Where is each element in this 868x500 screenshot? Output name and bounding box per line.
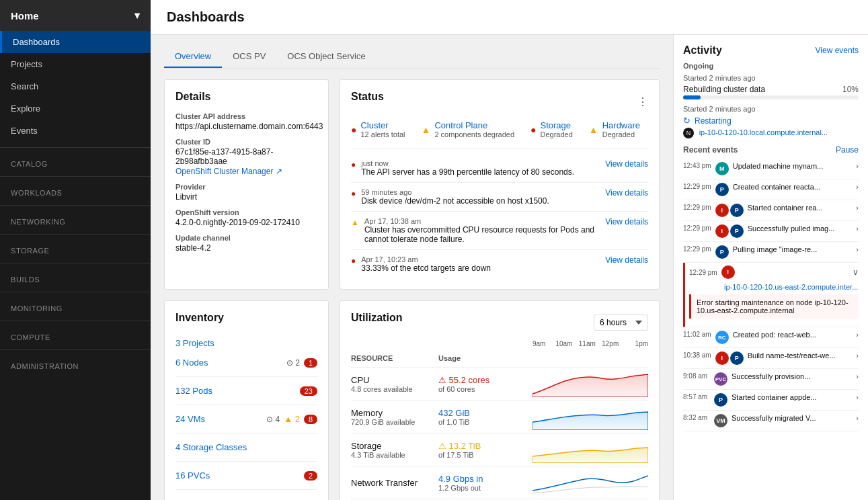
activity-event-8[interactable]: 9:08 am PVC Successfully provision... › <box>683 369 859 390</box>
activity-event-7[interactable]: 10:38 am I P Build name-test/react-we...… <box>683 348 859 369</box>
inventory-card: Inventory 3 Projects 6 Nodes ⊙ 2 1 132 P… <box>164 300 329 500</box>
activity-event-9[interactable]: 8:57 am P Started container appde... › <box>683 390 859 411</box>
nodes-spin-icon: ⊙ 2 <box>286 358 300 368</box>
sidebar-group-compute: Compute <box>0 327 151 344</box>
inventory-pods-link[interactable]: 132 Pods <box>175 383 212 399</box>
sidebar: Home ▾ Dashboards Projects Search Explor… <box>0 0 151 500</box>
event0-desc: Updated machine mynam... <box>733 162 853 170</box>
inventory-projects-link[interactable]: 3 Projects <box>175 335 214 351</box>
event9-avatar: P <box>714 393 727 407</box>
sidebar-item-search[interactable]: Search <box>0 75 151 97</box>
sidebar-group-workloads: Workloads <box>0 182 151 200</box>
inventory-vms-link[interactable]: 24 VMs <box>175 411 205 427</box>
status-event-3: ● Apr 17, 10:23 am 33.33% of the etcd ta… <box>351 250 648 278</box>
cluster-manager-link[interactable]: OpenShift Cluster Manager ↗ <box>175 167 282 176</box>
tab-overview[interactable]: Overview <box>164 46 222 68</box>
event0-time-sm: 12:43 pm <box>683 162 711 169</box>
control-plane-warning-icon: ▲ <box>422 124 431 135</box>
event4-chevron-icon: › <box>856 245 859 253</box>
home-chevron-icon: ▾ <box>134 9 140 22</box>
inventory-projects-row: 3 Projects <box>175 333 317 353</box>
hours-select[interactable]: 6 hours 24 hours 1 hour <box>594 315 648 331</box>
event8-desc: Successfully provision... <box>732 372 852 380</box>
event6-chevron-icon: › <box>856 331 859 339</box>
sidebar-group-monitoring: Monitoring <box>0 298 151 315</box>
openshift-version-value: 4.2.0-0.nightly-2019-09-02-172410 <box>175 218 317 227</box>
cluster-id-value: 67c1f85e-a137-4915-8a87-2b98afbb3aae <box>175 147 317 166</box>
tab-ocs-object-service[interactable]: OCS Object Service <box>276 46 376 68</box>
event10-desc: Successfully migrated V... <box>732 414 852 422</box>
activity-event-2[interactable]: 12:29 pm I P Started container rea... › <box>683 200 859 221</box>
update-channel-label: Update channel <box>175 234 317 242</box>
event5-node-link[interactable]: ip-10-0-120-10.us-east-2.compute.inter..… <box>724 283 858 291</box>
main-area: Dashboards Overview OCS PV OCS Object Se… <box>151 0 868 500</box>
nodes-badges: ⊙ 2 1 <box>286 358 317 368</box>
activity-event-3[interactable]: 12:29 pm I P Successfully pulled imag...… <box>683 221 859 242</box>
restarting-label: Restarting <box>695 116 732 126</box>
sidebar-item-events[interactable]: Events <box>0 120 151 142</box>
activity-event-6[interactable]: 11:02 am RC Created pod: react-web... › <box>683 327 859 348</box>
event0-chevron-icon: › <box>856 162 859 170</box>
pause-link[interactable]: Pause <box>836 145 859 155</box>
status-title: Status <box>351 91 384 103</box>
nodes-error-badge: 1 <box>304 358 317 368</box>
hardware-warning-icon: ▲ <box>589 124 598 135</box>
provider-value: Libvirt <box>175 192 317 202</box>
restart-node-link[interactable]: ip-10-0-120-10.local.compute.internal... <box>699 128 828 136</box>
event5-error-box: Error starting maintenance on node ip-10… <box>689 294 859 319</box>
event5-node-link-wrap: ip-10-0-120-10.us-east-2.compute.inter..… <box>724 282 859 292</box>
utilization-title: Utilization <box>351 312 402 324</box>
activity-event-10[interactable]: 8:32 am VM Successfully migrated V... › <box>683 411 859 431</box>
event2-view-details[interactable]: View details <box>605 217 648 226</box>
home-label: Home <box>11 10 39 22</box>
top-cards-row: Details Cluster API address https://api.… <box>164 79 660 290</box>
sidebar-home[interactable]: Home ▾ <box>0 0 151 31</box>
activity-event-5-expanded[interactable]: 12:29 pm ! ∨ ip-10-0-120-10.us-east-2.co… <box>683 263 859 327</box>
sidebar-item-projects[interactable]: Projects <box>0 53 151 75</box>
event1-desc: Created container reacta... <box>733 183 853 191</box>
event1-view-details[interactable]: View details <box>605 188 648 198</box>
util-cpu-data-row: CPU 4.8 cores available ⚠ 55.2 cores of … <box>351 368 648 401</box>
status-hardware: ▲ Hardware Degraded <box>589 120 640 138</box>
status-storage-label: Storage <box>541 120 573 130</box>
tab-ocs-pv[interactable]: OCS PV <box>222 46 276 68</box>
vms-error-badge: 8 <box>304 415 317 424</box>
event3-time: Apr 17, 10:23 am <box>361 255 600 263</box>
rebuilding-pct: 10% <box>842 85 859 94</box>
status-more-icon[interactable]: ⋮ <box>637 95 648 108</box>
event0-view-details[interactable]: View details <box>605 159 648 169</box>
activity-event-1[interactable]: 12:29 pm P Created container reacta... › <box>683 179 859 200</box>
inventory-storage-classes-link[interactable]: 4 Storage Classes <box>175 440 247 455</box>
event7-chevron-icon: › <box>856 351 859 360</box>
event3-view-details[interactable]: View details <box>605 255 648 265</box>
view-events-link[interactable]: View events <box>816 46 859 55</box>
rebuilding-progress-bar <box>683 95 859 99</box>
vms-badges: ⊙ 4 ▲ 2 8 <box>266 414 317 424</box>
activity-event-0[interactable]: 12:43 pm M Updated machine mynam... › <box>683 159 859 179</box>
cluster-id-label: Cluster ID <box>175 138 317 146</box>
event2-desc: Started container rea... <box>748 204 853 212</box>
util-cpu-row: Resource Usage <box>351 349 648 368</box>
event10-avatar: VM <box>714 414 727 427</box>
inventory-pvcs-link[interactable]: 16 PVCs <box>175 468 210 483</box>
event8-chevron-icon: › <box>856 372 859 380</box>
status-storage: ● Storage Degraded <box>530 120 573 138</box>
inventory-nodes-link[interactable]: 6 Nodes <box>175 355 208 370</box>
event3-chevron-icon: › <box>856 224 859 233</box>
activity-event-4[interactable]: 12:29 pm P Pulling image "image-re... › <box>683 242 859 263</box>
cluster-api-value: https://api.clustername.domain.com:6443 <box>175 122 317 131</box>
event4-time-sm: 12:29 pm <box>683 245 711 253</box>
sidebar-item-dashboards[interactable]: Dashboards <box>0 31 151 53</box>
event3-avatars: I P <box>715 224 744 238</box>
activity-header: Activity View events <box>683 44 859 56</box>
event1-time-sm: 12:29 pm <box>683 183 711 190</box>
content-area: Overview OCS PV OCS Object Service Detai… <box>151 35 868 500</box>
status-cluster: ● Cluster 12 alerts total <box>351 120 405 138</box>
event3-msg: 33.33% of the etcd targets are down <box>361 263 600 273</box>
sidebar-item-explore[interactable]: Explore <box>0 97 151 120</box>
event5-error-msg: Error starting maintenance on node ip-10… <box>697 298 849 315</box>
inventory-disks-link[interactable]: 24 Disks <box>175 496 209 500</box>
rebuilding-row: Rebuilding cluster data 10% <box>683 85 859 94</box>
status-hardware-label: Hardware <box>602 120 640 130</box>
page-title: Dashboards <box>151 0 868 35</box>
